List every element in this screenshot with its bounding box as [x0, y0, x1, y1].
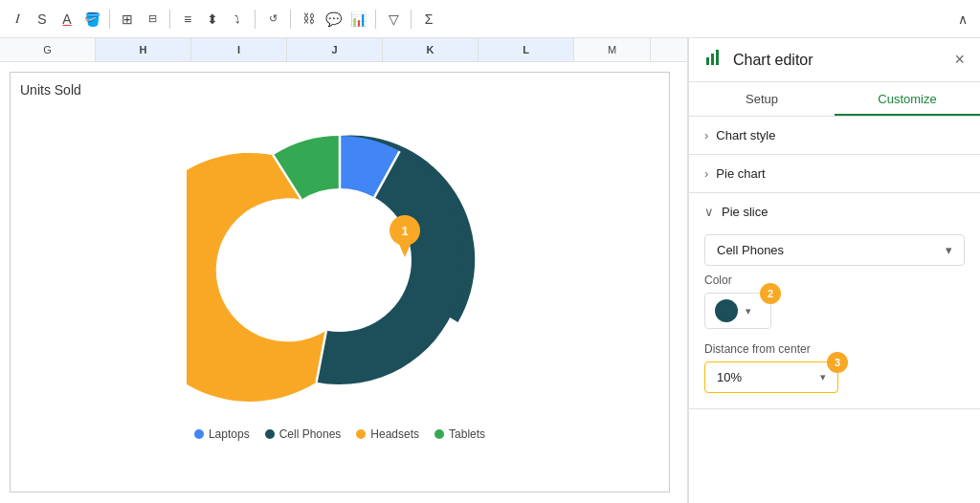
slice-dropdown[interactable]: Cell Phones ▾ [704, 234, 965, 266]
col-i[interactable]: I [191, 38, 287, 61]
section-pie-slice: ∨ Pie slice Cell Phones ▾ Color ▾ 2 [689, 193, 980, 409]
col-j[interactable]: J [287, 38, 383, 61]
tab-setup[interactable]: Setup [689, 82, 835, 116]
column-headers: G H I J K L M [0, 38, 687, 62]
distance-value: 10% [717, 370, 742, 384]
section-chart-style-header[interactable]: › Chart style [689, 117, 980, 154]
legend-label-headsets: Headsets [370, 427, 419, 441]
sep5 [375, 10, 376, 29]
sep4 [290, 10, 291, 29]
font-color-icon[interactable]: A [57, 10, 77, 29]
donut-area: 1 [187, 112, 493, 418]
svg-rect-4 [711, 54, 714, 65]
merge-icon[interactable]: ⊟ [143, 10, 162, 29]
slice-dropdown-arrow: ▾ [946, 243, 952, 257]
badge-2: 2 [760, 283, 781, 304]
main-area: G H I J K L M Units Sold [0, 38, 980, 503]
col-l[interactable]: L [479, 38, 574, 61]
filter-icon[interactable]: ▽ [384, 10, 403, 29]
legend-dot-headsets [356, 429, 366, 439]
borders-icon[interactable]: ⊞ [118, 10, 137, 29]
tab-customize[interactable]: Customize [835, 82, 980, 116]
sep3 [255, 10, 256, 29]
chevron-chart-style: › [704, 128, 708, 142]
wrap-icon[interactable]: ⤵ [228, 10, 247, 29]
panel-title: Chart editor [733, 52, 945, 69]
chart-icon[interactable]: 📊 [348, 10, 368, 29]
comment-icon[interactable]: 💬 [323, 10, 343, 29]
section-title-chart-style: Chart style [716, 128, 775, 142]
link-icon[interactable]: ⛓ [299, 10, 318, 29]
distance-dropdown-arrow: ▾ [820, 371, 826, 383]
section-chart-style: › Chart style [689, 117, 980, 155]
chart-container: Units Sold [0, 62, 687, 503]
donut-svg [187, 112, 493, 408]
section-pie-chart: › Pie chart [689, 155, 980, 193]
chart-box[interactable]: Units Sold [10, 72, 670, 492]
color-label: Color [704, 273, 965, 287]
panel-header: Chart editor × [689, 38, 980, 82]
legend-dot-tablets [434, 429, 444, 439]
distance-dropdown[interactable]: 10% ▾ [704, 361, 838, 393]
distance-section: 10% ▾ 3 [704, 361, 838, 393]
col-g[interactable]: G [0, 38, 96, 61]
color-picker-arrow: ▾ [746, 305, 751, 317]
chart-editor-icon [704, 48, 724, 72]
chart-inner: 1 Laptops Cell Phones [20, 102, 659, 473]
sep2 [169, 10, 170, 29]
align-v-icon[interactable]: ⬍ [203, 10, 222, 29]
chart-legend: Laptops Cell Phones Headsets Tablet [194, 427, 485, 441]
svg-rect-5 [716, 50, 719, 65]
badge-3: 3 [827, 352, 848, 373]
legend-label-laptops: Laptops [209, 427, 250, 441]
italic-icon[interactable]: 𝐼 [8, 10, 27, 29]
svg-rect-3 [706, 57, 709, 65]
legend-dot-laptops [194, 429, 204, 439]
section-title-pie-chart: Pie chart [716, 166, 765, 181]
panel-tabs: Setup Customize [689, 82, 980, 117]
collapse-icon[interactable]: ∧ [953, 10, 972, 29]
legend-cell-phones: Cell Phones [265, 427, 342, 441]
chart-editor-panel: Chart editor × Setup Customize › Chart s… [688, 38, 980, 503]
legend-laptops: Laptops [194, 427, 250, 441]
pin-badge-1: 1 [388, 215, 422, 260]
col-k[interactable]: K [383, 38, 479, 61]
section-title-pie-slice: Pie slice [722, 205, 768, 219]
donut-hole [269, 189, 411, 331]
legend-headsets: Headsets [356, 427, 419, 441]
col-m[interactable]: M [574, 38, 651, 61]
legend-label-cell-phones: Cell Phones [279, 427, 342, 441]
color-section: ▾ 2 [704, 293, 771, 329]
legend-tablets: Tablets [434, 427, 485, 441]
sep1 [109, 10, 110, 29]
svg-text:1: 1 [401, 224, 408, 238]
spreadsheet-area: G H I J K L M Units Sold [0, 38, 688, 503]
chevron-pie-chart: › [704, 166, 708, 181]
toolbar: 𝐼 S A 🪣 ⊞ ⊟ ≡ ⬍ ⤵ ↺ ⛓ 💬 📊 ▽ Σ ∧ [0, 0, 980, 38]
rotate-icon[interactable]: ↺ [263, 10, 282, 29]
sep6 [411, 10, 412, 29]
align-h-icon[interactable]: ≡ [178, 10, 197, 29]
section-pie-slice-header[interactable]: ∨ Pie slice [689, 193, 980, 230]
chevron-pie-slice: ∨ [704, 205, 714, 219]
fill-color-icon[interactable]: 🪣 [82, 10, 101, 29]
slice-dropdown-value: Cell Phones [717, 243, 784, 257]
section-pie-chart-header[interactable]: › Pie chart [689, 155, 980, 192]
col-h[interactable]: H [96, 38, 191, 61]
strikethrough-icon[interactable]: S [33, 10, 52, 29]
sum-icon[interactable]: Σ [419, 10, 438, 29]
chart-title: Units Sold [20, 82, 659, 98]
color-swatch [715, 299, 738, 322]
pie-slice-body: Cell Phones ▾ Color ▾ 2 Distance from ce… [689, 230, 980, 408]
close-button[interactable]: × [954, 50, 965, 70]
svg-marker-1 [397, 240, 412, 257]
legend-dot-cell-phones [265, 429, 275, 439]
legend-label-tablets: Tablets [449, 427, 485, 441]
